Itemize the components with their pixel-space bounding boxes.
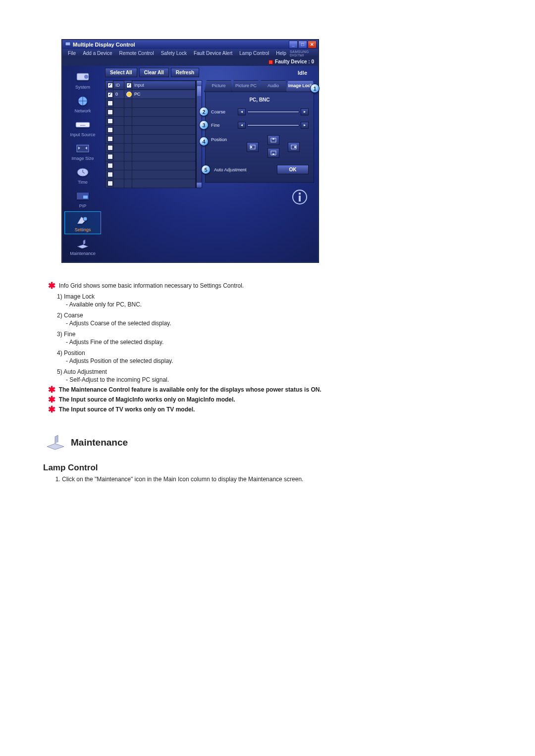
menu-add-device[interactable]: Add a Device	[79, 50, 115, 56]
callout-3: 3	[200, 121, 208, 129]
position-down-button[interactable]	[268, 148, 279, 158]
row-checkbox[interactable]	[107, 92, 113, 98]
minimize-button[interactable]: _	[289, 41, 298, 49]
svg-point-3	[84, 75, 88, 79]
maintenance-heading: Maintenance	[45, 433, 493, 452]
sidebar-item-network[interactable]: Network	[64, 93, 101, 115]
sidebar-item-pip[interactable]: PIP	[64, 188, 101, 210]
row-checkbox[interactable]	[107, 109, 113, 115]
menu-help[interactable]: Help	[272, 50, 290, 56]
auto-adjustment-label: Auto Adjustment	[214, 167, 273, 172]
row-id: 0	[113, 90, 124, 99]
increment-icon[interactable]: ▸	[301, 122, 309, 129]
note-sub-1: - Available only for PC, BNC.	[66, 301, 493, 308]
grid-row-empty	[106, 126, 196, 135]
svg-rect-10	[83, 196, 88, 199]
sidebar-label: Network	[74, 108, 91, 113]
maintenance-section-icon	[45, 433, 66, 452]
maintenance-title: Maintenance	[71, 437, 128, 448]
grid-row[interactable]: 0 PC	[106, 90, 196, 99]
row-checkbox[interactable]	[107, 127, 113, 133]
menu-remote-control[interactable]: Remote Control	[116, 50, 158, 56]
sidebar-item-input-source[interactable]: ••••• Input Source	[64, 116, 101, 139]
info-grid: ID Input 0 PC	[105, 80, 196, 188]
app-title: Multiple Display Control	[73, 42, 135, 48]
sidebar-item-maintenance[interactable]: Maintenance	[64, 235, 101, 258]
ok-button[interactable]: OK	[277, 165, 309, 174]
decrement-icon[interactable]: ◂	[238, 108, 246, 115]
coarse-slider[interactable]: ◂ ▸	[238, 108, 309, 115]
menu-fault-device-alert[interactable]: Fault Device Alert	[190, 50, 236, 56]
sidebar-label: Input Source	[70, 132, 95, 137]
notes-intro: Info Grid shows some basic information n…	[59, 282, 244, 289]
tab-audio[interactable]: Audio	[259, 80, 288, 92]
notes-b2: The Input source of MagicInfo works only…	[59, 396, 235, 403]
image-size-icon	[74, 142, 92, 155]
increment-icon[interactable]: ▸	[301, 108, 309, 115]
grid-row-empty	[106, 135, 196, 144]
mdc-app-screenshot: Multiple Display Control _ □ ✕ File Add …	[62, 40, 319, 262]
note-sub-5: - Self-Adjust to the incoming PC signal.	[66, 376, 493, 383]
row-checkbox[interactable]	[107, 154, 113, 159]
grid-row-empty	[106, 179, 196, 188]
svg-rect-1	[67, 46, 69, 47]
grid-header: ID Input	[106, 81, 196, 90]
menu-safety-lock[interactable]: Safety Lock	[158, 50, 190, 56]
row-checkbox[interactable]	[107, 118, 113, 124]
position-controls	[238, 135, 309, 158]
clear-all-button[interactable]: Clear All	[139, 68, 169, 77]
row-checkbox[interactable]	[107, 163, 113, 168]
callout-1: 1	[311, 84, 319, 93]
callout-4: 4	[200, 137, 208, 146]
svg-rect-19	[294, 146, 296, 148]
header-checkbox[interactable]	[107, 83, 113, 88]
star-icon: ✱	[48, 404, 55, 414]
header-id: ID	[113, 81, 124, 90]
network-icon	[74, 95, 92, 107]
position-up-button[interactable]	[268, 135, 279, 145]
grid-row-empty	[106, 170, 196, 179]
row-checkbox[interactable]	[107, 101, 113, 106]
position-left-button[interactable]	[247, 142, 259, 152]
sidebar-label: Maintenance	[70, 251, 96, 256]
position-label: Position	[211, 135, 235, 142]
sidebar-item-system[interactable]: System	[64, 69, 101, 92]
sidebar-item-time[interactable]: Time	[64, 164, 101, 187]
note-title-1: Image Lock	[64, 293, 95, 300]
menu-file[interactable]: File	[64, 50, 79, 56]
position-right-button[interactable]	[288, 142, 300, 152]
row-checkbox[interactable]	[107, 136, 113, 142]
grid-row-empty	[106, 99, 196, 108]
menu-bar: File Add a Device Remote Control Safety …	[62, 49, 318, 57]
decrement-icon[interactable]: ◂	[238, 122, 246, 129]
scroll-up-icon[interactable]	[197, 81, 202, 86]
note-sub-3: - Adjusts Fine of the selected display.	[66, 339, 493, 346]
svg-rect-15	[272, 153, 274, 155]
faulty-device-bar: Faulty Device : 0	[62, 57, 318, 66]
sidebar-item-settings[interactable]: Settings	[64, 211, 101, 234]
close-button[interactable]: ✕	[308, 41, 317, 49]
svg-rect-0	[65, 42, 70, 46]
select-all-button[interactable]: Select All	[105, 68, 137, 77]
sidebar-item-image-size[interactable]: Image Size	[64, 140, 101, 163]
scroll-thumb[interactable]	[197, 86, 201, 96]
row-checkbox[interactable]	[107, 172, 113, 177]
idle-label: Idle	[298, 70, 314, 76]
panel-title: PC, BNC	[211, 97, 309, 102]
header-status-checkbox[interactable]	[126, 83, 132, 88]
svg-rect-21	[299, 193, 301, 195]
refresh-button[interactable]: Refresh	[171, 68, 199, 77]
notes-section: ✱ Info Grid shows some basic information…	[48, 282, 493, 413]
fine-slider[interactable]: ◂ ▸	[238, 122, 309, 129]
maximize-button[interactable]: □	[298, 41, 307, 49]
note-title-4: Position	[64, 350, 85, 356]
tab-picture-pc[interactable]: Picture PC	[231, 80, 261, 92]
scroll-down-icon[interactable]	[197, 183, 202, 188]
status-ring-icon	[126, 92, 132, 97]
input-source-icon: •••••	[74, 118, 92, 131]
row-checkbox[interactable]	[107, 145, 113, 151]
row-checkbox[interactable]	[107, 181, 113, 186]
tab-picture[interactable]: Picture	[204, 80, 233, 92]
lamp-control-heading: Lamp Control	[43, 463, 493, 473]
menu-lamp-control[interactable]: Lamp Control	[236, 50, 272, 56]
